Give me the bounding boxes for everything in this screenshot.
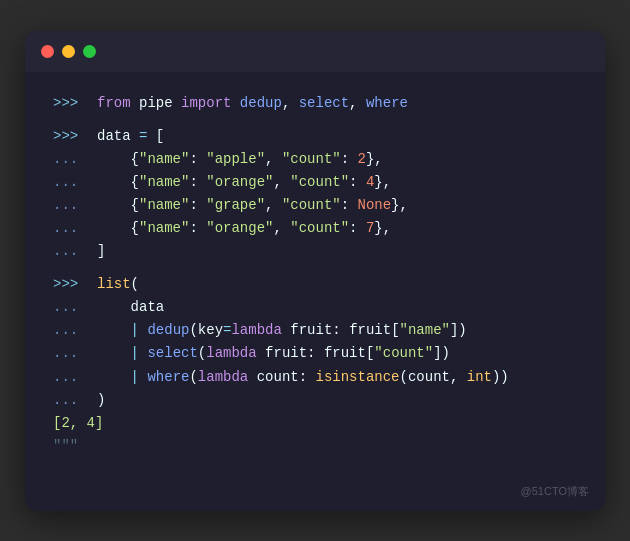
code-line-3: ... {"name": "apple", "count": 2}, <box>53 148 577 171</box>
maximize-button[interactable] <box>83 45 96 58</box>
continuation: ... <box>53 240 97 263</box>
code-line-6: ... {"name": "orange", "count": 7}, <box>53 217 577 240</box>
continuation: ... <box>53 389 97 412</box>
continuation: ... <box>53 319 97 342</box>
continuation: ... <box>53 217 97 240</box>
code-line-4: ... {"name": "orange", "count": 4}, <box>53 171 577 194</box>
continuation: ... <box>53 171 97 194</box>
close-button[interactable] <box>41 45 54 58</box>
minimize-button[interactable] <box>62 45 75 58</box>
watermark: @51CTO博客 <box>521 484 589 499</box>
continuation: ... <box>53 148 97 171</box>
traffic-lights <box>41 45 96 58</box>
code-line-7: ... ] <box>53 240 577 263</box>
continuation: ... <box>53 366 97 389</box>
code-line-1: >>> from pipe import dedup, select, wher… <box>53 92 577 115</box>
continuation: ... <box>53 342 97 365</box>
code-line-2: >>> data = [ <box>53 125 577 148</box>
code-line-12: ... | where(lambda count: isinstance(cou… <box>53 366 577 389</box>
continuation: ... <box>53 296 97 319</box>
code-display: >>> from pipe import dedup, select, wher… <box>25 72 605 511</box>
code-line-11: ... | select(lambda fruit: fruit["count"… <box>53 342 577 365</box>
docstring-line: """ <box>53 435 577 458</box>
continuation: ... <box>53 194 97 217</box>
code-line-10: ... | dedup(key=lambda fruit: fruit["nam… <box>53 319 577 342</box>
code-line-8: >>> list( <box>53 273 577 296</box>
code-line-9: ... data <box>53 296 577 319</box>
prompt: >>> <box>53 92 97 115</box>
prompt: >>> <box>53 125 97 148</box>
terminal-window: >>> from pipe import dedup, select, wher… <box>25 31 605 511</box>
title-bar <box>25 31 605 72</box>
code-line-13: ... ) <box>53 389 577 412</box>
prompt: >>> <box>53 273 97 296</box>
output-line: [2, 4] <box>53 412 577 435</box>
code-line-5: ... {"name": "grape", "count": None}, <box>53 194 577 217</box>
